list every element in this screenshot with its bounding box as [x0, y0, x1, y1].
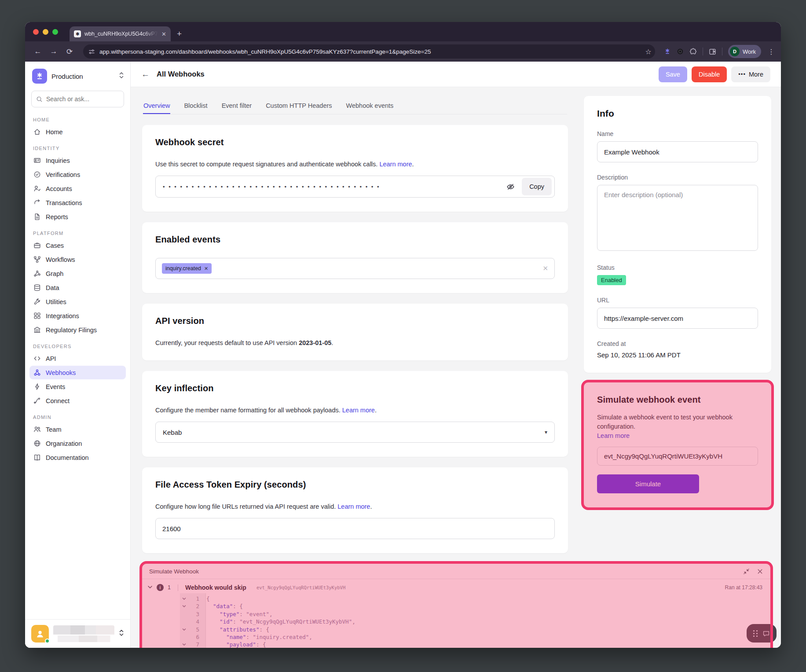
persona-extension-icon[interactable]: [664, 48, 671, 55]
sidebar-item-workflows[interactable]: Workflows: [29, 253, 126, 266]
name-input[interactable]: [597, 141, 758, 162]
user-avatar: [31, 625, 49, 643]
sidebar-section-label: ADMIN: [33, 415, 122, 420]
sidebar-item-reports[interactable]: Reports: [29, 210, 126, 224]
sidebar-section-label: PLATFORM: [33, 231, 122, 236]
save-button[interactable]: Save: [659, 66, 687, 82]
console-header: Simulate Webhook: [142, 564, 770, 579]
fold-caret-icon[interactable]: [180, 641, 188, 648]
reload-icon[interactable]: ⟳: [63, 45, 76, 58]
floating-widget[interactable]: [747, 624, 777, 643]
sidebar-item-accounts[interactable]: Accounts: [29, 182, 126, 195]
tab-custom-http-headers[interactable]: Custom HTTP Headers: [265, 99, 332, 114]
chat-bubble-icon[interactable]: [762, 630, 770, 637]
more-button[interactable]: •••More: [731, 66, 770, 82]
enabled-events-field[interactable]: inquiry.created✕ ✕: [155, 258, 555, 279]
sidebar-item-data[interactable]: Data: [29, 281, 126, 294]
main-column: OverviewBlocklistEvent filterCustom HTTP…: [142, 96, 568, 553]
sidebar-item-organization[interactable]: Organization: [29, 437, 126, 450]
browser-profile-chip[interactable]: D Work: [728, 45, 761, 58]
eye-off-icon[interactable]: [505, 183, 517, 191]
sidebar-item-utilities[interactable]: Utilities: [29, 295, 126, 308]
sidebar-item-documentation[interactable]: Documentation: [29, 451, 126, 464]
key-inflection-select[interactable]: Kebab ▾: [155, 422, 555, 443]
sidebar-footer[interactable]: [25, 619, 130, 648]
dark-circle-extension-icon[interactable]: [677, 48, 684, 55]
drag-handle-icon[interactable]: [753, 630, 758, 637]
learn-more-link[interactable]: Learn more: [342, 407, 375, 414]
code-icon: [33, 355, 41, 362]
back-icon[interactable]: ←: [31, 45, 44, 58]
line-number: 7: [188, 641, 199, 648]
tab-event-filter[interactable]: Event filter: [221, 99, 253, 114]
sidebar-search[interactable]: [31, 91, 124, 107]
fold-caret-icon[interactable]: [180, 595, 188, 602]
sidebar-item-graph[interactable]: Graph: [29, 267, 126, 280]
bolt-icon: [33, 383, 41, 390]
minimize-window-button[interactable]: [43, 29, 48, 35]
browser-tab[interactable]: ✱ wbh_cuNRH9oXpU5G4c6vP7 ✕: [70, 26, 171, 41]
tab-blocklist[interactable]: Blocklist: [183, 99, 208, 114]
chevron-up-down-icon[interactable]: [119, 629, 124, 639]
fold-caret-icon[interactable]: [180, 602, 188, 610]
tab-overview[interactable]: Overview: [143, 99, 170, 114]
api-version-text: Currently, your requests default to use …: [155, 339, 555, 346]
simulate-event-id-input[interactable]: [597, 447, 758, 466]
back-arrow-icon[interactable]: ←: [141, 70, 150, 79]
chevron-down-icon[interactable]: [147, 584, 153, 591]
sidebar-item-label: Accounts: [46, 185, 72, 192]
clear-events-icon[interactable]: ✕: [542, 264, 548, 272]
sidebar-item-integrations[interactable]: Integrations: [29, 309, 126, 323]
collapse-icon[interactable]: [743, 568, 750, 575]
sidebar-item-transactions[interactable]: Transactions: [29, 196, 126, 209]
simulate-button[interactable]: Simulate: [597, 474, 699, 493]
line-number: 1: [188, 595, 199, 602]
forward-icon[interactable]: →: [47, 45, 60, 58]
card-title: Key inflection: [155, 383, 555, 393]
sidebar-item-api[interactable]: API: [29, 352, 126, 365]
learn-more-link[interactable]: Learn more: [379, 161, 412, 168]
sidebar-item-cases[interactable]: Cases: [29, 239, 126, 252]
learn-more-link[interactable]: Learn more: [597, 432, 630, 439]
book-icon: [33, 454, 41, 461]
workspace-name: Production: [51, 73, 114, 80]
tab-webhook-events[interactable]: Webhook events: [346, 99, 394, 114]
name-label: Name: [597, 130, 758, 137]
url-input[interactable]: [597, 308, 758, 329]
sidebar-item-label: Graph: [46, 270, 63, 277]
fold-caret-icon[interactable]: [180, 626, 188, 633]
sidebar-item-verifications[interactable]: Verifications: [29, 168, 126, 181]
enabled-events-card: Enabled events inquiry.created✕ ✕: [142, 222, 568, 293]
window-controls[interactable]: [33, 22, 58, 41]
remove-chip-icon[interactable]: ✕: [204, 266, 208, 272]
extensions-puzzle-icon[interactable]: [689, 48, 697, 55]
token-expiry-input[interactable]: [155, 518, 555, 539]
sidebar-item-inquiries[interactable]: Inquiries: [29, 154, 126, 167]
browser-menu-icon[interactable]: ⋮: [768, 48, 775, 56]
close-console-icon[interactable]: [757, 568, 763, 575]
disable-button[interactable]: Disable: [692, 66, 727, 82]
site-info-icon[interactable]: [88, 48, 95, 55]
sidebar-item-team[interactable]: Team: [29, 422, 126, 436]
code-text: "name": "inquiry.created",: [199, 633, 312, 641]
sidebar-item-label: API: [46, 355, 56, 362]
learn-more-link[interactable]: Learn more: [337, 503, 370, 510]
bookmark-star-icon[interactable]: ☆: [645, 48, 652, 56]
sidebar-item-events[interactable]: Events: [29, 380, 126, 393]
sidebar-item-connect[interactable]: Connect: [29, 394, 126, 408]
address-bar[interactable]: app.withpersona-staging.com/dashboard/we…: [83, 44, 655, 59]
console-result-row[interactable]: i 1 Webhook would skip evt_Ncgy9qQgLYuqR…: [142, 579, 770, 592]
copy-button[interactable]: Copy: [522, 178, 552, 195]
search-input[interactable]: [46, 95, 119, 103]
side-panel-search-icon[interactable]: [709, 48, 716, 55]
close-window-button[interactable]: [33, 29, 39, 35]
description-input[interactable]: [597, 185, 758, 251]
workspace-switcher[interactable]: Production: [25, 62, 130, 88]
new-tab-button[interactable]: +: [177, 29, 182, 39]
sidebar-item-webhooks[interactable]: Webhooks: [29, 366, 126, 379]
sidebar-item-home[interactable]: Home: [29, 125, 126, 139]
sidebar-item-regulatory-filings[interactable]: Regulatory Filings: [29, 323, 126, 337]
event-chip[interactable]: inquiry.created✕: [162, 263, 212, 274]
tab-close-icon[interactable]: ✕: [161, 31, 166, 37]
zoom-window-button[interactable]: [52, 29, 58, 35]
